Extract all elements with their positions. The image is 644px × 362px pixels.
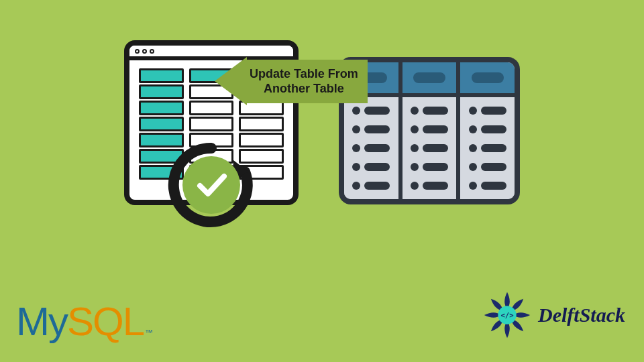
row-dot: [469, 182, 477, 190]
db-row: [352, 107, 390, 115]
row-dot: [411, 125, 419, 133]
mysql-tm: ™: [145, 328, 153, 337]
row-bar: [481, 125, 506, 133]
row-dot: [469, 125, 477, 133]
row-dot: [469, 144, 477, 152]
delftstack-mandala-icon: </>: [482, 290, 533, 341]
db-row: [352, 125, 390, 133]
svg-text:</>: </>: [500, 311, 513, 320]
row-bar: [364, 125, 390, 133]
window-dot: [150, 49, 154, 54]
mysql-my: My: [16, 298, 67, 345]
row-dot: [352, 107, 360, 115]
callout-line-1: Update Table From: [250, 66, 358, 82]
row-dot: [411, 107, 419, 115]
db-header-cell: [460, 62, 515, 97]
row-bar: [423, 144, 448, 152]
checkmark-circle: [182, 156, 240, 214]
callout-line-2: Another Table: [250, 81, 358, 97]
table-cell: [139, 68, 184, 83]
db-row: [411, 125, 448, 133]
db-row: [411, 107, 448, 115]
arrow-head-icon: [215, 57, 247, 105]
row-dot: [352, 163, 360, 171]
window-dot: [142, 49, 147, 54]
callout-label: Update Table From Another Table: [247, 60, 368, 103]
row-dot: [411, 144, 419, 152]
db-body: [402, 97, 457, 199]
row-bar: [481, 107, 506, 115]
db-row: [469, 125, 506, 133]
header-bar: [413, 72, 445, 83]
db-row: [411, 163, 448, 171]
db-row: [352, 163, 390, 171]
row-dot: [411, 182, 419, 190]
row-bar: [364, 163, 390, 171]
db-row: [352, 182, 390, 190]
row-bar: [423, 163, 448, 171]
db-body: [344, 97, 398, 199]
row-bar: [481, 163, 506, 171]
db-row: [469, 144, 506, 152]
row-bar: [423, 182, 448, 190]
row-dot: [411, 163, 419, 171]
refresh-check-icon: [168, 141, 255, 229]
mysql-logo: MySQL™: [16, 298, 153, 345]
row-bar: [364, 144, 390, 152]
db-row: [469, 182, 506, 190]
table-cell: [189, 117, 234, 131]
row-dot: [352, 182, 360, 190]
db-header-cell: [402, 62, 457, 97]
row-dot: [352, 144, 360, 152]
table-cell: [239, 117, 284, 131]
db-body: [460, 97, 515, 199]
row-bar: [364, 182, 390, 190]
row-dot: [469, 107, 477, 115]
row-bar: [481, 182, 506, 190]
row-bar: [481, 144, 506, 152]
db-row: [469, 107, 506, 115]
db-row: [469, 163, 506, 171]
db-row: [411, 144, 448, 152]
delftstack-logo: </> DelftStack: [482, 290, 625, 341]
row-dot: [469, 163, 477, 171]
row-bar: [423, 125, 448, 133]
window-dot: [135, 49, 140, 54]
db-row: [352, 144, 390, 152]
row-bar: [423, 107, 448, 115]
table-cell: [139, 101, 184, 115]
db-row: [411, 182, 448, 190]
header-bar: [472, 72, 504, 83]
arrow-callout: Update Table From Another Table: [215, 57, 368, 105]
row-dot: [352, 125, 360, 133]
db-column: [402, 62, 461, 199]
table-cell: [139, 84, 184, 99]
checkmark-icon: [195, 168, 228, 202]
mysql-sql: SQL: [67, 298, 144, 345]
table-cell: [139, 117, 184, 131]
row-bar: [364, 107, 390, 115]
delftstack-text: DelftStack: [538, 304, 625, 326]
db-column: [460, 62, 515, 199]
